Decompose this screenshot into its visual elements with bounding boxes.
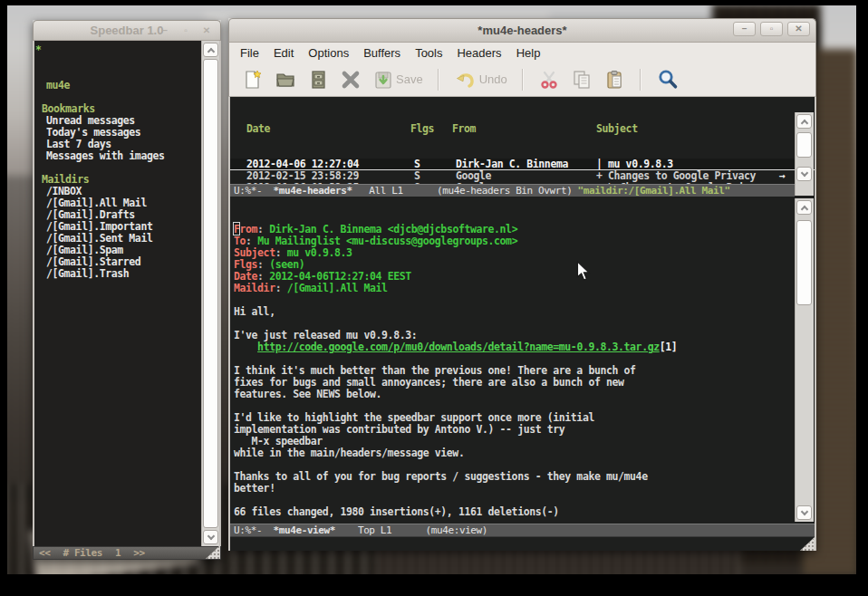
- scroll-thumb[interactable]: [796, 132, 812, 158]
- menu-item-tools[interactable]: Tools: [408, 44, 449, 62]
- row-subject: \ Changes to Google Privac: [596, 182, 762, 184]
- speedbar-resize-grip[interactable]: [206, 545, 220, 559]
- cut-button[interactable]: [538, 69, 560, 91]
- speedbar-frame: * mu4e BookmarksUnread messagesToday's m…: [33, 41, 221, 546]
- message-body-line: [234, 518, 815, 524]
- headers-modeline[interactable]: U:%*- *mu4e-headers* All L1 (mu4e-header…: [230, 184, 795, 197]
- file-cabinet-button[interactable]: [307, 69, 329, 91]
- modeline-buffer-name[interactable]: *mu4e-headers*: [274, 185, 352, 197]
- search-icon: [656, 68, 680, 91]
- message-scrollbar[interactable]: [795, 198, 814, 522]
- close-button[interactable]: ✕: [198, 24, 215, 38]
- toolbar-separator: [522, 69, 524, 91]
- view-modeline[interactable]: U:%*- *mu4e-view* Top L1 (mu4e:view): [230, 524, 815, 536]
- modeline-status: U:%*-: [234, 185, 274, 197]
- release-download-link[interactable]: http://code.google.com/p/mu0/downloads/d…: [257, 341, 660, 353]
- chevron-down-icon: [800, 507, 807, 514]
- menu-item-edit[interactable]: Edit: [266, 44, 301, 62]
- emacs-frame-content: Date Flgs From Subject 2012-04-06 12:27:…: [228, 97, 816, 551]
- scroll-down-button[interactable]: [796, 505, 812, 520]
- column-header-date[interactable]: Date: [246, 123, 270, 135]
- speedbar-item[interactable]: /[Gmail].Trash: [34, 268, 201, 280]
- headers-column-row: Date Flgs From Subject: [230, 123, 815, 135]
- new-file-icon: [242, 69, 264, 91]
- speedbar-content: * mu4e BookmarksUnread messagesToday's m…: [34, 41, 201, 546]
- emacs-resize-grip[interactable]: [800, 537, 815, 551]
- paste-button[interactable]: [603, 69, 625, 91]
- modeline-search-query: "maildir:/[Gmail].All Mail": [578, 185, 730, 197]
- modeline-status: U:%*-: [234, 524, 274, 536]
- row-flags: S: [414, 182, 420, 184]
- undo-button[interactable]: Undo: [454, 69, 507, 91]
- scroll-up-button[interactable]: [203, 43, 218, 57]
- menu-item-file[interactable]: File: [233, 44, 266, 62]
- message-body-line: while in the main/headers/message view.: [234, 447, 815, 459]
- scroll-up-button[interactable]: [796, 200, 812, 215]
- speedbar-modeline-right[interactable]: >>: [133, 547, 144, 559]
- new-file-button[interactable]: [242, 69, 264, 91]
- field-separator: :: [257, 223, 269, 236]
- field-separator: :: [257, 258, 269, 271]
- field-label: Maildir: [234, 282, 275, 294]
- open-folder-button[interactable]: [275, 69, 296, 91]
- field-value: 2012-04-06T12:27:04 EEST: [269, 270, 411, 283]
- close-button[interactable]: ✕: [787, 22, 810, 36]
- screen: Speedbar 1.0 – ▫ ✕ * mu4e BookmarksUnrea…: [0, 0, 868, 596]
- speedbar-titlebar[interactable]: Speedbar 1.0 – ▫ ✕: [33, 20, 221, 41]
- column-header-from[interactable]: From: [452, 123, 476, 135]
- headers-scrollbar[interactable]: [795, 112, 814, 196]
- maximize-button[interactable]: ▫: [178, 24, 194, 38]
- scroll-up-button[interactable]: [796, 114, 812, 129]
- speedbar-modeline-left[interactable]: <<: [39, 547, 50, 559]
- column-header-flags[interactable]: Flgs: [410, 123, 434, 135]
- speedbar-modeline-label[interactable]: # Files: [63, 547, 102, 559]
- emacs-window: *mu4e-headers* – ▫ ✕ FileEditOptionsBuff…: [228, 18, 816, 551]
- menu-item-help[interactable]: Help: [509, 44, 548, 62]
- speedbar-modeline-value: 1: [115, 547, 121, 559]
- chevron-down-icon: [207, 532, 214, 539]
- modeline-buffer-name[interactable]: *mu4e-view*: [274, 524, 335, 536]
- message-body-line: features. See NEWS below.: [234, 389, 815, 400]
- emacs-titlebar[interactable]: *mu4e-headers* – ▫ ✕: [228, 18, 816, 43]
- copy-icon: [571, 69, 593, 91]
- speedbar-scrollbar[interactable]: [201, 41, 219, 546]
- field-label: Subject: [234, 246, 275, 259]
- speedbar-root[interactable]: mu4e: [34, 80, 201, 91]
- minimize-button[interactable]: –: [157, 24, 173, 38]
- search-button[interactable]: [656, 68, 680, 91]
- undo-icon: [454, 69, 477, 91]
- toolbar: Save Undo: [228, 62, 816, 97]
- maximize-button[interactable]: ▫: [760, 22, 783, 36]
- menu-item-buffers[interactable]: Buffers: [356, 44, 408, 62]
- chevron-down-icon: [800, 168, 807, 176]
- field-value: (seen): [269, 258, 304, 271]
- paste-clipboard-icon: [603, 69, 625, 91]
- echo-area[interactable]: [230, 536, 815, 551]
- file-cabinet-icon: [307, 69, 329, 91]
- open-folder-icon: [275, 69, 296, 91]
- message-body-line: 66 files changed, 1980 insertions(+), 11…: [234, 506, 815, 518]
- field-separator: :: [257, 270, 269, 283]
- minimize-button[interactable]: –: [733, 22, 756, 36]
- copy-button[interactable]: [571, 69, 593, 91]
- row-from: Google: [456, 182, 491, 184]
- column-header-subject[interactable]: Subject: [596, 123, 638, 135]
- scroll-thumb[interactable]: [796, 220, 812, 305]
- message-row[interactable]: 2012-01-26 01:32:25SGoogle \ Changes to …: [230, 182, 815, 184]
- message-field-subject: Subject: mu v0.9.8.3: [234, 247, 815, 259]
- scroll-thumb[interactable]: [203, 59, 218, 528]
- field-value: Mu Mailinglist <mu-discuss@googlegroups.…: [257, 235, 517, 247]
- close-x-icon: [340, 69, 362, 91]
- toolbar-separator: [640, 69, 641, 91]
- field-separator: :: [246, 235, 257, 247]
- mu4e-message-view: From: Dirk-Jan C. Binnema <djcb@djcbsoft…: [230, 197, 815, 524]
- save-button[interactable]: Save: [372, 69, 423, 91]
- speedbar-modeline[interactable]: << # Files 1 >>: [33, 546, 221, 560]
- menu-item-options[interactable]: Options: [301, 44, 356, 62]
- menu-item-headers[interactable]: Headers: [449, 44, 508, 62]
- mu4e-headers-pane: Date Flgs From Subject 2012-04-06 12:27:…: [230, 97, 815, 184]
- close-buffer-button[interactable]: [340, 69, 362, 91]
- scroll-down-button[interactable]: [203, 530, 218, 544]
- speedbar-item[interactable]: Messages with images: [34, 150, 201, 162]
- scroll-down-button[interactable]: [796, 167, 812, 181]
